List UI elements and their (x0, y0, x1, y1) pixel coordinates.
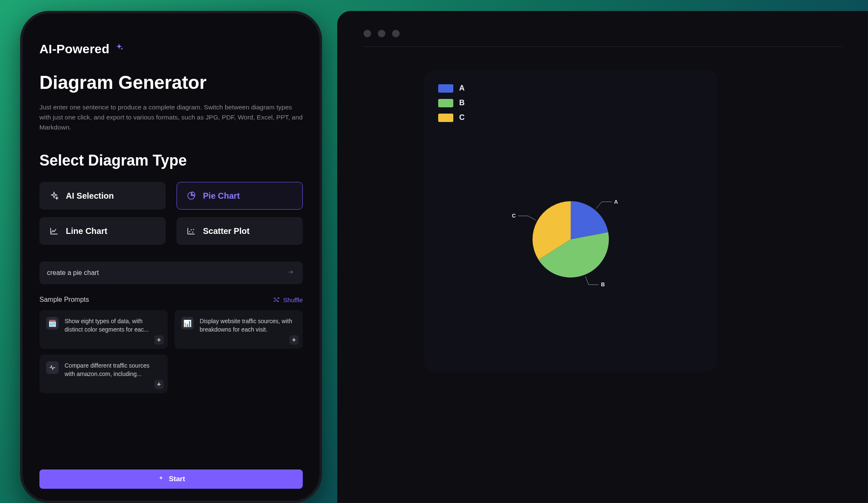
window-dot[interactable] (364, 30, 371, 37)
sample-prompts-header: Sample Prompts Shuffle (39, 296, 303, 303)
sample-card[interactable]: Compare different traffic sources with a… (39, 355, 168, 393)
sample-text: Show eight types of data, with distinct … (65, 317, 161, 334)
legend-item: C (438, 113, 703, 122)
type-label: Pie Chart (203, 191, 240, 201)
brand-row: AI-Powered (39, 42, 303, 56)
page-title: Diagram Generator (39, 72, 303, 93)
bar-chart-icon: 📊 (181, 317, 194, 329)
leader-line (596, 202, 612, 208)
add-icon[interactable]: + (154, 335, 164, 345)
pie-svg: ABC (512, 181, 629, 298)
sample-text: Display website traffic sources, with br… (200, 317, 296, 334)
legend-item: A (438, 84, 703, 93)
sample-text: Compare different traffic sources with a… (65, 361, 161, 379)
svg-point-3 (193, 229, 194, 230)
legend-swatch (438, 99, 453, 107)
legend-label: B (459, 99, 465, 107)
slice-label: C (512, 213, 516, 219)
slice-label: B (601, 282, 605, 288)
sparkle-icon (49, 191, 59, 201)
add-icon[interactable]: + (289, 335, 299, 345)
start-label: Start (169, 475, 185, 483)
slice-label: A (614, 199, 618, 205)
pie-chart: ABC (438, 122, 703, 357)
window-dot[interactable] (378, 30, 385, 37)
legend-item: B (438, 99, 703, 107)
type-ai-selection[interactable]: AI Selection (39, 182, 166, 210)
window-dot[interactable] (392, 30, 400, 37)
sample-cards-row-1: 🗓️ Show eight types of data, with distin… (39, 310, 303, 349)
divider (363, 47, 842, 47)
type-line-chart[interactable]: Line Chart (39, 217, 166, 245)
add-icon[interactable]: + (154, 380, 164, 389)
leader-line (518, 216, 535, 220)
shuffle-label: Shuffle (283, 296, 303, 303)
legend-label: A (459, 84, 465, 93)
stage: AI-Powered Diagram Generator Just enter … (0, 0, 868, 503)
sample-prompts-label: Sample Prompts (39, 296, 89, 303)
shuffle-button[interactable]: Shuffle (273, 296, 303, 303)
svg-point-0 (189, 231, 190, 233)
legend-swatch (438, 114, 453, 122)
window-controls (364, 30, 842, 37)
leader-line (585, 277, 599, 285)
type-scatter-plot[interactable]: Scatter Plot (177, 217, 303, 245)
send-icon[interactable] (287, 268, 295, 278)
calendar-icon: 🗓️ (46, 317, 59, 329)
sparkle-icon (114, 43, 125, 55)
chart-legend: ABC (438, 84, 703, 122)
sample-cards-row-2: Compare different traffic sources with a… (39, 355, 303, 393)
prompt-value: create a pie chart (47, 269, 99, 277)
preview-window: ABC ABC (337, 11, 868, 503)
chart-canvas: ABC ABC (424, 70, 717, 371)
legend-swatch (438, 84, 453, 93)
brand-label: AI-Powered (39, 42, 109, 56)
start-button[interactable]: Start (39, 469, 303, 489)
diagram-type-grid: AI Selection Pie Chart Line Chart Scatte… (39, 182, 303, 245)
prompt-input[interactable]: create a pie chart (39, 262, 303, 284)
type-pie-chart[interactable]: Pie Chart (177, 182, 303, 210)
scatter-plot-icon (186, 226, 196, 236)
type-label: Scatter Plot (203, 226, 249, 236)
sample-card[interactable]: 🗓️ Show eight types of data, with distin… (39, 310, 168, 349)
section-heading: Select Diagram Type (39, 152, 303, 169)
activity-icon (46, 361, 59, 374)
page-subtext: Just enter one sentence to produce a com… (39, 102, 303, 132)
phone-panel: AI-Powered Diagram Generator Just enter … (20, 11, 322, 503)
sample-card[interactable]: 📊 Display website traffic sources, with … (174, 310, 303, 349)
svg-point-1 (191, 229, 192, 231)
type-label: AI Selection (66, 191, 114, 201)
svg-point-2 (192, 232, 193, 233)
line-chart-icon (49, 226, 59, 236)
type-label: Line Chart (66, 226, 107, 236)
legend-label: C (459, 113, 465, 122)
pie-chart-icon (186, 191, 196, 201)
